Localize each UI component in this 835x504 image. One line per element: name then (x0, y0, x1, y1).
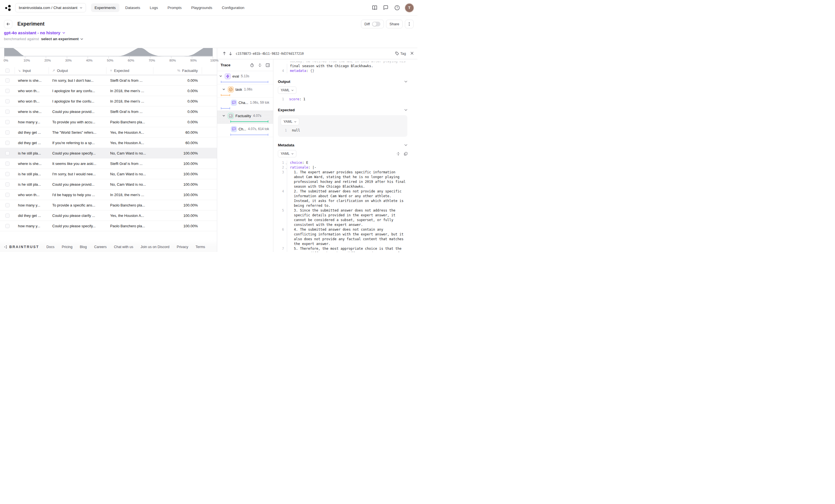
trace-span-task[interactable]: task1.06s (217, 84, 273, 98)
row-checkbox[interactable] (5, 151, 9, 155)
chevron-down-icon[interactable] (404, 109, 407, 111)
row-checkbox[interactable] (5, 78, 9, 83)
table-row[interactable]: is he still pla...I'm sorry, but I would… (0, 169, 217, 179)
project-selector[interactable]: braintrustdata.com / Chat assistant (15, 3, 86, 12)
column-header-output[interactable]: ↗Output (48, 68, 106, 73)
row-checkbox[interactable] (5, 162, 9, 166)
footer-link-chat-with-us[interactable]: Chat with us (114, 245, 133, 249)
code-token: : |- (308, 165, 317, 169)
collapse-caret-icon[interactable]: ⌄ (285, 161, 287, 166)
table-row[interactable]: who won th...I apologize for any confu..… (0, 86, 217, 96)
collapse-panel-icon[interactable] (266, 63, 270, 67)
footer-link-careers[interactable]: Careers (94, 245, 106, 249)
collapse-caret-icon[interactable]: ⌄ (285, 166, 287, 170)
table-row[interactable]: did they get ...Could you please clarify… (0, 210, 217, 221)
table-row[interactable]: is he still pla...Could you please speci… (0, 148, 217, 158)
table-row[interactable]: did they get ...If you're referring to a… (0, 138, 217, 148)
chevron-down-icon[interactable] (404, 81, 407, 83)
next-row-arrow-icon[interactable] (227, 52, 233, 55)
row-checkbox[interactable] (5, 224, 9, 228)
trace-span-eval[interactable]: eval5.13s (217, 71, 273, 84)
tab-configuration[interactable]: Configuration (218, 3, 248, 12)
table-row[interactable]: where is she...I'm sorry, but I don't ha… (0, 75, 217, 86)
chevron-down-icon[interactable] (220, 75, 223, 77)
output-format-select[interactable]: YAML (278, 86, 297, 94)
chevron-down-icon[interactable] (223, 115, 226, 117)
trace-span-factuality[interactable]: Factuality4.07s (217, 111, 273, 124)
trace-span-cha[interactable]: Cha...1.06s, 59 tok (217, 98, 273, 111)
copy-icon[interactable] (404, 152, 407, 156)
row-checkbox[interactable] (5, 120, 9, 124)
table-row[interactable]: how many y...Could you please specify...… (0, 221, 217, 231)
row-checkbox[interactable] (5, 141, 9, 145)
code-line: 2⌄rationale: |- (278, 165, 407, 170)
table-row[interactable]: how many y...To provide you with accu...… (0, 117, 217, 127)
tab-prompts[interactable]: Prompts (164, 3, 185, 12)
prev-row-arrow-icon[interactable] (221, 52, 227, 55)
axis-tick-label: 50% (107, 59, 113, 62)
line-number: 1⌄ (278, 160, 285, 165)
span-detail: hockey. He retired from the NHL in 2019 … (273, 59, 418, 252)
row-checkbox[interactable] (5, 89, 9, 93)
table-row[interactable]: is he still pla...Could you please provi… (0, 179, 217, 189)
chevron-down-icon[interactable] (223, 88, 226, 90)
close-icon[interactable] (410, 52, 413, 56)
tab-playgrounds[interactable]: Playgrounds (187, 3, 216, 12)
footer-link-docs[interactable]: Docs (46, 245, 54, 249)
tab-datasets[interactable]: Datasets (122, 3, 144, 12)
tag-button[interactable]: Tag (395, 52, 406, 56)
diff-toggle-pill[interactable]: Diff (361, 20, 384, 28)
back-button[interactable] (4, 20, 12, 28)
tab-experiments[interactable]: Experiments (91, 3, 119, 12)
more-options-button[interactable] (405, 20, 413, 28)
row-checkbox-cell (0, 224, 15, 228)
select-all-checkbox[interactable] (5, 68, 9, 73)
span-duration: 4.07s, 614 tok (248, 127, 269, 131)
column-header-factuality[interactable]: %Factuality (153, 68, 202, 73)
collapse-code-icon[interactable] (396, 152, 400, 156)
table-row[interactable]: where is she...It seems like you are ask… (0, 158, 217, 169)
row-checkbox[interactable] (5, 172, 9, 176)
row-checkbox[interactable] (5, 203, 9, 207)
benchmark-experiment-selector[interactable]: select an experiment (41, 37, 83, 41)
line-number: 3 (278, 170, 285, 189)
share-button[interactable]: Share (386, 20, 403, 28)
docs-book-icon[interactable] (371, 5, 378, 11)
cell-input: is he still pla... (15, 172, 48, 176)
footer-link-pricing[interactable]: Pricing (62, 245, 73, 249)
row-checkbox[interactable] (5, 193, 9, 197)
chevron-down-icon[interactable] (404, 144, 407, 146)
table-row[interactable]: how many y...To provide a specific ans..… (0, 200, 217, 210)
row-checkbox[interactable] (5, 182, 9, 186)
cell-input: where is she... (15, 78, 48, 83)
tab-logs[interactable]: Logs (146, 3, 162, 12)
feedback-chat-icon[interactable] (383, 5, 389, 11)
table-row[interactable]: who won th...I apologize for the confu..… (0, 96, 217, 106)
table-row[interactable]: where is she...Could you please provid..… (0, 106, 217, 117)
table-row[interactable]: did they get ...The "World Series" refer… (0, 127, 217, 138)
table-row[interactable]: who won th...I'd be happy to help you ..… (0, 189, 217, 200)
row-checkbox-cell (0, 130, 15, 135)
row-checkbox[interactable] (5, 109, 9, 114)
expected-format-select[interactable]: YAML (281, 118, 299, 125)
collapse-rows-icon[interactable] (258, 63, 262, 67)
footer-link-terms[interactable]: Terms (196, 245, 205, 249)
row-checkbox[interactable] (5, 130, 9, 135)
diff-toggle[interactable] (372, 22, 381, 26)
footer-link-privacy[interactable]: Privacy (177, 245, 188, 249)
column-header-input[interactable]: ↘Input (15, 68, 48, 73)
experiment-selector[interactable]: gpt-4o assistant - no history (4, 31, 65, 35)
timer-icon[interactable] (250, 63, 254, 67)
help-icon[interactable]: ? (394, 5, 400, 11)
footer-link-join-us-on-discord[interactable]: Join us on Discord (141, 245, 169, 249)
footer-link-blog[interactable]: Blog (80, 245, 87, 249)
row-checkbox-cell (0, 141, 15, 145)
cell-input: who won th... (15, 193, 48, 197)
row-checkbox[interactable] (5, 214, 9, 218)
user-avatar[interactable]: T (405, 4, 413, 12)
chevron-down-icon (80, 7, 82, 9)
metadata-format-select[interactable]: YAML (278, 150, 297, 157)
row-checkbox[interactable] (5, 99, 9, 103)
trace-span-ch[interactable]: Ch...4.07s, 614 tok (217, 124, 273, 137)
column-header-expected[interactable]: =Expected (106, 68, 153, 73)
